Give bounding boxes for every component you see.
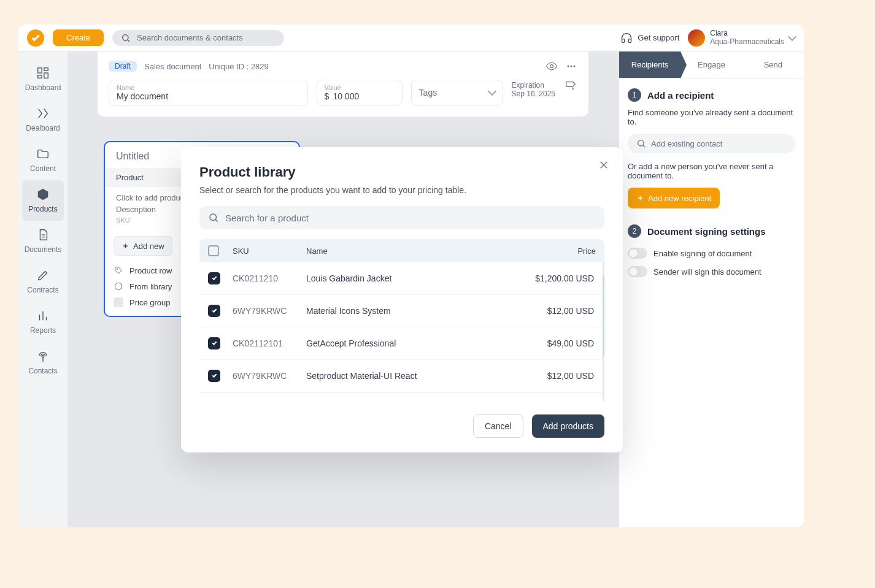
svg-point-14 <box>568 66 569 67</box>
sidebar-item-contracts[interactable]: Contracts <box>18 261 67 302</box>
add-existing-contact-input[interactable]: Add existing contact <box>628 134 795 153</box>
doc-value-field[interactable]: Value $ 10 000 <box>317 80 403 105</box>
sidebar-item-content[interactable]: Content <box>18 140 67 180</box>
eye-icon[interactable] <box>545 60 558 72</box>
expiration-label: Expiration <box>512 81 555 90</box>
create-button[interactable]: Create <box>53 29 104 46</box>
add-new-button[interactable]: ＋ Add new <box>114 236 172 256</box>
add-products-button[interactable]: Add products <box>532 414 605 438</box>
field-value: My document <box>117 91 300 101</box>
svg-point-15 <box>571 66 572 67</box>
add-new-recipient-button[interactable]: ＋ Add new recipient <box>628 188 720 208</box>
svg-point-0 <box>123 34 128 40</box>
app-logo <box>27 29 44 47</box>
get-support-label: Get support <box>638 33 679 42</box>
option-label: Product row <box>129 266 172 275</box>
search-placeholder: Search documents & contacts <box>137 33 243 42</box>
headset-icon <box>620 32 633 44</box>
input-placeholder: Search for a product <box>225 213 309 223</box>
modal-subtitle: Select or search for the products you wa… <box>199 185 604 195</box>
currency-symbol: $ <box>325 91 330 101</box>
sidebar-item-label: Content <box>30 164 56 173</box>
step-tab-send[interactable]: Send <box>742 52 804 78</box>
user-name: Clara <box>710 29 784 37</box>
input-placeholder: Add existing contact <box>651 139 722 148</box>
sidebar-item-dealboard[interactable]: Dealboard <box>18 99 67 140</box>
cancel-button[interactable]: Cancel <box>473 414 523 438</box>
table-row-peek <box>199 392 603 401</box>
dealboard-icon <box>36 107 50 120</box>
doc-type-label: Sales document <box>144 62 201 71</box>
svg-point-16 <box>574 66 576 67</box>
table-row[interactable]: 6WY79KRWC Setproduct Material-UI React $… <box>199 360 603 392</box>
product-table-header: SKU Name Price <box>199 239 604 262</box>
send-icon[interactable] <box>564 80 577 93</box>
search-icon <box>636 139 646 148</box>
sidebar-item-products[interactable]: Products <box>22 180 64 221</box>
scrollbar[interactable] <box>603 276 604 356</box>
row-name: Material Icons System <box>306 306 520 316</box>
get-support-link[interactable]: Get support <box>620 32 679 44</box>
option-label: Price group <box>129 298 170 307</box>
more-icon[interactable] <box>565 60 577 72</box>
svg-rect-4 <box>44 73 48 78</box>
step-title: Add a recipient <box>647 90 714 101</box>
antenna-icon <box>36 349 50 363</box>
search-input[interactable]: Search documents & contacts <box>112 30 284 46</box>
row-name: Setproduct Material-UI React <box>306 371 520 381</box>
tags-select[interactable]: Tags <box>411 80 503 105</box>
button-label: Add new recipient <box>648 194 711 203</box>
search-icon <box>121 33 131 43</box>
step-tab-engage[interactable]: Engage <box>680 52 742 78</box>
doc-name-field[interactable]: Name My document <box>109 80 308 105</box>
square-icon <box>114 297 123 307</box>
toggle-enable-signing[interactable] <box>628 248 647 259</box>
field-label: Name <box>117 84 300 91</box>
table-row[interactable]: 6WY79KRWC Material Icons System $12,00 U… <box>199 295 603 327</box>
svg-point-22 <box>210 214 217 221</box>
product-library-modal: Product library Select or search for the… <box>181 147 623 452</box>
row-sku: 6WY79KRWC <box>233 371 306 381</box>
chevron-down-icon <box>488 87 496 96</box>
dashboard-icon <box>36 66 50 80</box>
chevron-down-icon <box>788 32 796 40</box>
sidebar-item-label: Dealboard <box>26 124 60 132</box>
table-row[interactable]: CK02112101 GetAccept Professional $49,00… <box>199 327 603 360</box>
sidebar-item-reports[interactable]: Reports <box>18 302 67 342</box>
table-row[interactable]: CK0211210 Louis Gabardin Jacket $1,200.0… <box>199 262 603 295</box>
tag-icon <box>114 265 123 275</box>
sidebar-item-label: Products <box>28 205 57 213</box>
step-tab-recipients[interactable]: Recipients <box>619 52 680 78</box>
row-checkbox[interactable] <box>208 370 220 382</box>
row-name: GetAccept Professional <box>306 338 520 348</box>
svg-point-17 <box>117 269 118 270</box>
svg-rect-3 <box>44 68 48 71</box>
product-table-body: CK0211210 Louis Gabardin Jacket $1,200.0… <box>199 262 604 401</box>
user-menu[interactable]: Clara Aqua-Pharmaceuticals <box>688 29 795 47</box>
sidebar: Dashboard Dealboard Content Products Doc… <box>18 25 67 527</box>
step-desc: Find someone you've already sent a docum… <box>628 108 795 126</box>
row-checkbox[interactable] <box>208 337 220 349</box>
svg-line-1 <box>128 40 129 42</box>
sidebar-item-documents[interactable]: Documents <box>18 221 67 261</box>
sidebar-item-dashboard[interactable]: Dashboard <box>18 59 67 99</box>
row-price: $1,200.00 USD <box>520 273 594 283</box>
sidebar-item-label: Contacts <box>28 367 57 375</box>
select-all-checkbox[interactable] <box>208 245 219 256</box>
close-icon[interactable] <box>598 159 609 170</box>
box-icon <box>114 281 123 291</box>
svg-point-18 <box>638 140 644 146</box>
row-sku: CK0211210 <box>233 273 306 283</box>
row-checkbox[interactable] <box>208 272 220 284</box>
product-search-input[interactable]: Search for a product <box>199 206 604 229</box>
sidebar-item-contacts[interactable]: Contacts <box>18 342 67 383</box>
sidebar-item-label: Reports <box>30 326 56 335</box>
toggle-sender-sign[interactable] <box>628 266 647 277</box>
sidebar-item-label: Contracts <box>27 286 58 294</box>
row-checkbox[interactable] <box>208 305 220 317</box>
svg-point-11 <box>42 355 44 357</box>
column-header-sku: SKU <box>233 246 306 256</box>
field-value: 10 000 <box>333 91 359 101</box>
user-company: Aqua-Pharmaceuticals <box>710 38 784 46</box>
pen-icon <box>36 269 50 282</box>
